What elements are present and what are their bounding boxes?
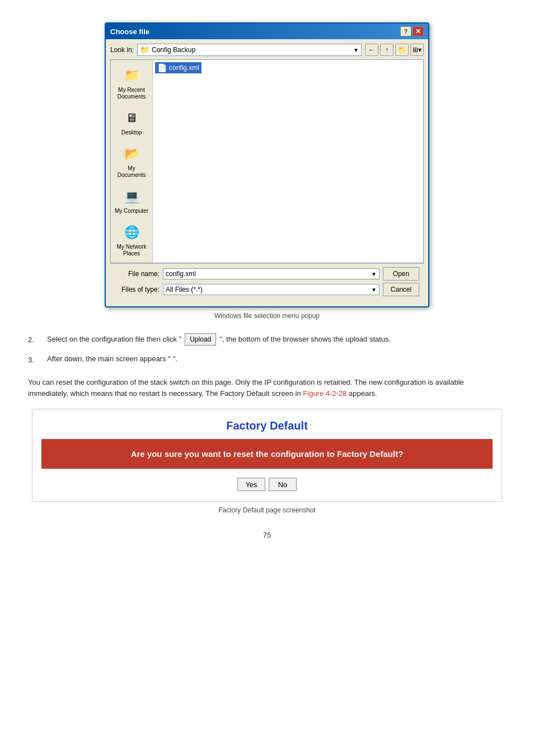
documents-icon: 📂 bbox=[121, 144, 142, 164]
file-item-name: config.xml bbox=[169, 64, 199, 72]
dialog-title: Choose file bbox=[110, 27, 149, 36]
step-3-text-before: After down, the main screen appears " bbox=[47, 353, 171, 365]
cancel-button[interactable]: Cancel bbox=[383, 283, 419, 296]
dialog-sidebar: 📁 My RecentDocuments 🖥 Desktop 📂 My Docu… bbox=[111, 60, 153, 263]
sidebar-item-desktop[interactable]: 🖥 Desktop bbox=[112, 106, 151, 138]
filename-row: File name: config.xml ▼ Open bbox=[115, 267, 419, 281]
documents-label: My Documents bbox=[113, 165, 150, 179]
dialog-caption: Windows file selection menu popup bbox=[214, 312, 320, 320]
network-label: My NetworkPlaces bbox=[117, 244, 147, 257]
filename-value: config.xml bbox=[166, 270, 196, 278]
desktop-icon: 🖥 bbox=[121, 108, 142, 128]
body-text: You can reset the configuration of the s… bbox=[28, 378, 464, 398]
filename-input[interactable]: config.xml ▼ bbox=[163, 268, 380, 279]
help-button[interactable]: ? bbox=[400, 26, 411, 36]
folder-icon: 📁 bbox=[140, 45, 149, 54]
dialog-footer: File name: config.xml ▼ Open Files of ty… bbox=[110, 263, 424, 302]
step-3: 3. After down, the main screen appears "… bbox=[28, 353, 506, 366]
body-text-after: appears. bbox=[349, 389, 377, 398]
factory-default-box: Factory Default Are you sure you want to… bbox=[32, 409, 502, 502]
step-3-text-after: ". bbox=[173, 353, 177, 365]
filetype-row: Files of type: All Files (*.*) ▼ Cancel bbox=[115, 283, 419, 296]
filename-label: File name: bbox=[115, 270, 160, 278]
dialog-file-area: 📄 config.xml bbox=[153, 60, 423, 263]
filetype-label: Files of type: bbox=[115, 286, 160, 293]
sidebar-item-recent[interactable]: 📁 My RecentDocuments bbox=[112, 63, 151, 102]
computer-label: My Computer bbox=[115, 208, 148, 214]
dialog-main: 📁 My RecentDocuments 🖥 Desktop 📂 My Docu… bbox=[110, 59, 424, 263]
factory-warning-box: Are you sure you want to reset the confi… bbox=[41, 439, 493, 469]
dialog-titlebar: Choose file ? ✕ bbox=[106, 24, 428, 39]
file-item-config[interactable]: 📄 config.xml bbox=[155, 62, 202, 73]
filetype-dropdown-icon: ▼ bbox=[371, 287, 377, 293]
look-in-row: Look in: 📁 Config Backup ▼ ← ↑ 📁 ⊞▾ bbox=[110, 44, 424, 56]
sidebar-item-documents[interactable]: 📂 My Documents bbox=[112, 142, 151, 181]
dialog-container: Choose file ? ✕ Look in: 📁 Config Backup… bbox=[22, 22, 512, 320]
filetype-input[interactable]: All Files (*.*) ▼ bbox=[163, 284, 380, 295]
recent-docs-label: My RecentDocuments bbox=[118, 87, 146, 100]
factory-title: Factory Default bbox=[32, 409, 502, 439]
xml-file-icon: 📄 bbox=[157, 63, 167, 72]
view-button[interactable]: ⊞▾ bbox=[410, 44, 424, 56]
titlebar-buttons: ? ✕ bbox=[400, 26, 424, 36]
new-folder-button[interactable]: 📁 bbox=[395, 44, 409, 56]
upload-label: Upload bbox=[190, 334, 211, 344]
up-button[interactable]: ↑ bbox=[380, 44, 394, 56]
filetype-value: All Files (*.*) bbox=[166, 286, 203, 293]
filename-dropdown-icon: ▼ bbox=[371, 271, 377, 277]
look-in-label: Look in: bbox=[110, 46, 134, 54]
step-2: 2. Select on the configuration file then… bbox=[28, 333, 506, 346]
step-2-number: 2. bbox=[28, 334, 41, 346]
network-icon: 🌐 bbox=[121, 222, 142, 242]
open-button[interactable]: Open bbox=[383, 267, 419, 281]
open-label: Open bbox=[393, 270, 409, 278]
factory-container: Factory Default Are you sure you want to… bbox=[22, 409, 512, 514]
body-paragraph: You can reset the configuration of the s… bbox=[28, 377, 506, 400]
choose-file-dialog: Choose file ? ✕ Look in: 📁 Config Backup… bbox=[105, 22, 429, 307]
recent-docs-icon: 📁 bbox=[121, 66, 142, 86]
close-button[interactable]: ✕ bbox=[413, 26, 424, 36]
step-2-text-after: ", the bottom of the browser shows the u… bbox=[219, 334, 391, 345]
back-button[interactable]: ← bbox=[365, 44, 378, 56]
steps-section: 2. Select on the configuration file then… bbox=[22, 333, 512, 366]
sidebar-item-network[interactable]: 🌐 My NetworkPlaces bbox=[112, 220, 151, 259]
dialog-body: Look in: 📁 Config Backup ▼ ← ↑ 📁 ⊞▾ bbox=[106, 39, 428, 306]
desktop-label: Desktop bbox=[121, 129, 142, 136]
upload-button[interactable]: Upload bbox=[185, 333, 216, 346]
no-button[interactable]: No bbox=[269, 478, 297, 491]
figure-link[interactable]: Figure 4-2-28 bbox=[303, 389, 346, 398]
computer-icon: 💻 bbox=[121, 186, 142, 207]
yes-button[interactable]: Yes bbox=[237, 478, 265, 491]
factory-caption: Factory Default page screenshot bbox=[218, 506, 315, 514]
dropdown-arrow-icon: ▼ bbox=[353, 47, 359, 53]
factory-warning-text: Are you sure you want to reset the confi… bbox=[131, 449, 404, 459]
step-2-content: Select on the configuration file then cl… bbox=[47, 333, 391, 346]
toolbar-icons: ← ↑ 📁 ⊞▾ bbox=[365, 44, 424, 56]
cancel-label: Cancel bbox=[391, 286, 411, 293]
look-in-select[interactable]: 📁 Config Backup ▼ bbox=[137, 44, 362, 56]
step-2-text-before: Select on the configuration file then cl… bbox=[47, 334, 181, 345]
step-3-number: 3. bbox=[28, 354, 41, 366]
step-3-content: After down, the main screen appears " ". bbox=[47, 353, 177, 365]
factory-buttons: Yes No bbox=[32, 478, 502, 501]
page-number: 75 bbox=[22, 531, 512, 539]
sidebar-item-computer[interactable]: 💻 My Computer bbox=[112, 184, 151, 217]
look-in-value: Config Backup bbox=[152, 46, 195, 54]
